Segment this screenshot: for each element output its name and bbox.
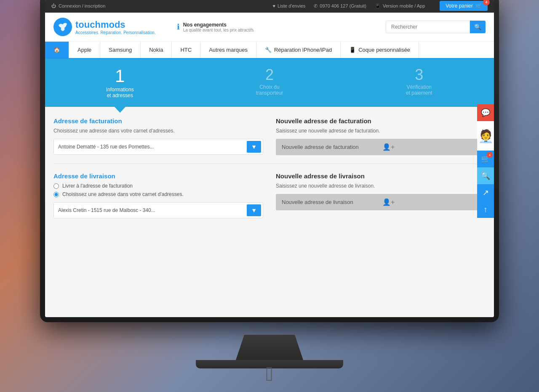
delivery-radio-input-1[interactable] [53, 183, 59, 189]
delivery-radio-1[interactable]: Livrer à l'adresse de facturation [53, 183, 263, 189]
connexion-label: Connexion / inscription [59, 3, 105, 8]
new-billing-subtitle: Saisissez une nouvelle adresse de factur… [276, 128, 486, 134]
nav-home[interactable]: 🏠 [45, 42, 69, 58]
new-billing-button[interactable]: Nouvelle adresse de facturation 👤+ [276, 139, 486, 155]
new-billing-btn-label: Nouvelle adresse de facturation [282, 144, 379, 150]
delivery-radio-2-label: Choisissez une adresse dans votre carnet… [62, 191, 184, 197]
delivery-title: Adresse de livraison [53, 172, 263, 180]
wishlist-label: Liste d'envies [278, 3, 305, 8]
nav-htc-label: HTC [180, 47, 192, 53]
delivery-radio-2[interactable]: Choisissez une adresse dans votre carnet… [53, 191, 263, 197]
cart-badge: 4 [483, 0, 490, 5]
power-icon: ⏻ [51, 3, 56, 8]
delivery-address-dropdown[interactable]: ▼ [247, 204, 261, 216]
topbar-left: ⏻ Connexion / inscription [51, 3, 105, 8]
logo-area: touchmods Accessoires. Réparation. Perso… [53, 18, 156, 36]
heart-icon: ♥ [272, 3, 275, 8]
nav-apple[interactable]: Apple [69, 42, 100, 58]
billing-address-select: Antoine Dematté - 135 rue des Pomettes..… [53, 139, 263, 155]
steps-bar: 1 Informationset adresses 2 Choix dutran… [45, 59, 494, 107]
phone-link[interactable]: ✆ 0970 406 127 (Gratuit) [314, 3, 366, 9]
logo-text-area: touchmods Accessoires. Réparation. Perso… [75, 19, 156, 35]
nav-nokia-label: Nokia [149, 47, 163, 53]
new-billing-title: Nouvelle adresse de facturation [276, 117, 486, 124]
mobile-icon: 📱 [375, 3, 381, 9]
step-2-label: Choix dutransporteur [195, 84, 344, 96]
engagement-subtitle: La qualité avant tout, les prix attracti… [183, 28, 254, 32]
sidebar-search-icon[interactable]: 🔍 [477, 167, 494, 184]
wishlist-link[interactable]: ♥ Liste d'envies [272, 3, 305, 8]
step-3-label: Vérificationet paiement [344, 84, 494, 96]
mobile-link[interactable]: 📱 Version mobile / App [375, 3, 425, 9]
billing-address-dropdown[interactable]: ▼ [247, 141, 261, 153]
step-2-number: 2 [195, 67, 344, 82]
step-1-number: 1 [45, 67, 195, 85]
new-delivery-title: Nouvelle adresse de livraison [276, 172, 486, 180]
monitor-stand [227, 335, 312, 360]
cart-button[interactable]: Votre panier 🛒 4 [440, 1, 488, 11]
divider-1 [53, 164, 486, 164]
topbar-right: Votre panier 🛒 4 [440, 1, 488, 11]
monitor-screen: ⏻ Connexion / inscription ♥ Liste d'envi… [45, 0, 494, 317]
billing-subtitle: Choisissez une adresse dans votre carnet… [53, 128, 263, 134]
nav-autres-label: Autres marques [209, 47, 248, 53]
info-icon: ℹ [177, 22, 180, 32]
logo-icon [53, 18, 72, 36]
add-person-delivery-icon: 👤+ [382, 198, 480, 206]
logo-name: touchmods [75, 19, 156, 30]
content-row-billing: Adresse de facturation Choisissez une ad… [53, 117, 486, 155]
engagement-area: ℹ Nos engagements La qualité avant tout,… [177, 22, 254, 32]
step-1: 1 Informationset adresses [45, 67, 195, 98]
delivery-radio-input-2[interactable] [53, 192, 59, 197]
phone-label: 0970 406 127 (Gratuit) [320, 3, 366, 8]
delivery-radio-group: Livrer à l'adresse de facturation Choisi… [53, 183, 263, 197]
monitor-frame: ⏻ Connexion / inscription ♥ Liste d'envi… [40, 0, 499, 322]
nav-autres-marques[interactable]: Autres marques [200, 42, 256, 58]
search-icon: 🔍 [474, 24, 481, 30]
new-delivery-button[interactable]: Nouvelle adresse de livraison 👤+ [276, 194, 486, 210]
delivery-address-select: Alexis Cretin - 1515 rue de Malbosc - 34… [53, 202, 263, 218]
search-button[interactable]: 🔍 [470, 21, 486, 33]
nav-samsung-label: Samsung [109, 47, 132, 53]
content-row-delivery: Adresse de livraison Livrer à l'adresse … [53, 172, 486, 218]
step-3-number: 3 [344, 67, 494, 82]
new-billing-section: Nouvelle adresse de facturation Saisisse… [276, 117, 486, 155]
engagement-text: Nos engagements La qualité avant tout, l… [183, 22, 254, 32]
main-content: Adresse de facturation Choisissez une ad… [45, 107, 494, 222]
step-3: 3 Vérificationet paiement [344, 67, 494, 98]
nav-nokia[interactable]: Nokia [141, 42, 172, 58]
search-input[interactable] [386, 21, 470, 33]
billing-selected-address: Antoine Dematté - 135 rue des Pomettes..… [58, 144, 244, 150]
search-area: 🔍 [386, 21, 486, 33]
new-delivery-subtitle: Saisissez une nouvelle adresse de livrai… [276, 183, 486, 189]
nav-htc[interactable]: HTC [172, 42, 200, 58]
connexion-link[interactable]: Connexion / inscription [59, 3, 105, 8]
apple-logo-icon:  [266, 362, 273, 385]
wrench-icon: 🔧 [265, 47, 272, 53]
nav-samsung[interactable]: Samsung [100, 42, 141, 58]
delivery-radio-1-label: Livrer à l'adresse de facturation [62, 183, 133, 189]
step-2: 2 Choix dutransporteur [195, 67, 344, 98]
logo-tagline: Accessoires. Réparation. Personnalisatio… [75, 30, 156, 35]
mobile-label: Version mobile / App [383, 3, 425, 8]
chat-icon[interactable]: 💬 [477, 104, 494, 121]
topbar: ⏻ Connexion / inscription ♥ Liste d'envi… [45, 0, 494, 13]
nav-coque-label: Coque personnalisée [358, 47, 410, 53]
delivery-section: Adresse de livraison Livrer à l'adresse … [53, 172, 263, 218]
website: ⏻ Connexion / inscription ♥ Liste d'envi… [45, 0, 494, 317]
sidebar-cart-icon[interactable]: 🛒 [477, 151, 494, 167]
nav: 🏠 Apple Samsung Nokia HTC Aut [45, 42, 494, 59]
nav-coque[interactable]: 📱 Coque personnalisée [341, 42, 419, 58]
delivery-selected-address: Alexis Cretin - 1515 rue de Malbosc - 34… [58, 207, 244, 213]
assistant-image: 🧑‍💼 [477, 121, 494, 151]
sidebar-share-icon[interactable]: ↗ [477, 184, 494, 201]
home-icon: 🏠 [53, 47, 60, 53]
header: touchmods Accessoires. Réparation. Perso… [45, 13, 494, 42]
phone-case-icon: 📱 [349, 47, 356, 53]
cart-icon: 🛒 [475, 3, 482, 9]
nav-apple-label: Apple [77, 47, 91, 53]
nav-reparation[interactable]: 🔧 Réparation iPhone/iPad [256, 42, 341, 58]
sidebar-up-icon[interactable]: ↑ [477, 201, 494, 218]
cart-label: Votre panier [446, 3, 473, 9]
add-person-icon: 👤+ [382, 143, 480, 151]
